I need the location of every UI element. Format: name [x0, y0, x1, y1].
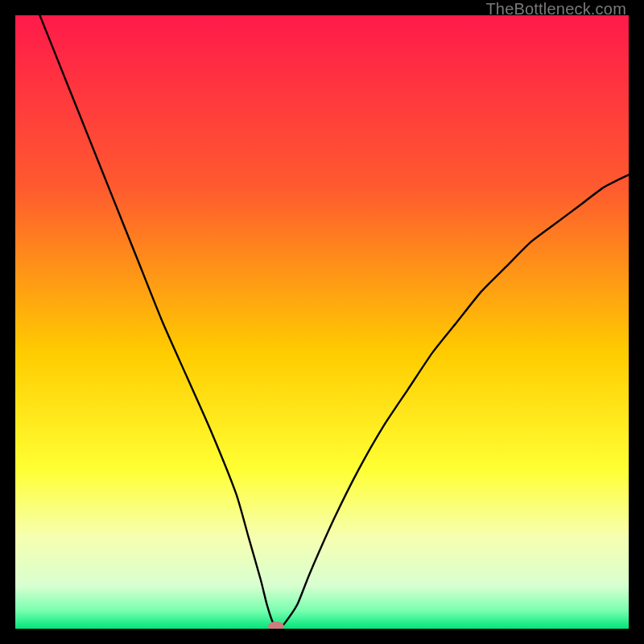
chart-frame — [15, 15, 629, 629]
gradient-background — [15, 15, 629, 629]
bottleneck-chart — [15, 15, 629, 629]
